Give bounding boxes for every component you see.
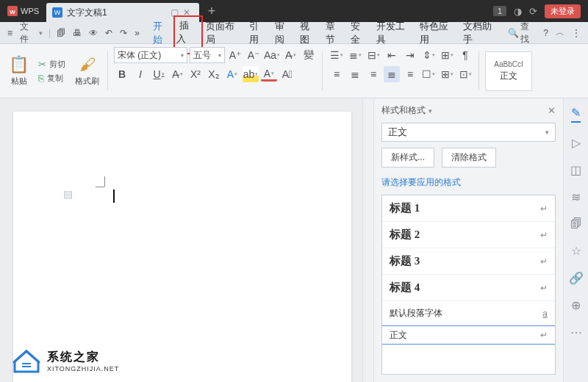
page[interactable]: ▤ — [13, 112, 351, 382]
style-item-default-font[interactable]: 默认段落字体a — [382, 301, 555, 326]
clear-format-icon[interactable]: A̶ — [282, 47, 298, 63]
align-center-icon[interactable]: ≣ — [347, 66, 363, 82]
style-item-h2[interactable]: 标题 2↵ — [382, 222, 555, 248]
underline-icon[interactable]: U — [151, 66, 167, 82]
style-item-h1[interactable]: 标题 1↵ — [382, 195, 555, 222]
style-list: 标题 1↵ 标题 2↵ 标题 3↵ 标题 4↵ 默认段落字体a 正文↵ — [381, 195, 556, 375]
ribbon-group-styles: AaBbCcI 正文 — [479, 44, 538, 98]
qat-print-icon[interactable]: 🖶 — [70, 26, 85, 40]
panel-header: 样式和格式 ▾ ✕ — [381, 104, 556, 117]
copy-button[interactable]: ⎘复制 — [36, 72, 68, 84]
rail-more-icon[interactable]: ⋯ — [570, 325, 582, 339]
italic-icon[interactable]: I — [132, 66, 148, 82]
ribbon-group-clipboard: 📋 粘贴 ✂剪切 ⎘复制 🖌 格式刷 — [0, 44, 108, 98]
superscript-icon[interactable]: X² — [187, 66, 204, 82]
cloud-icon[interactable]: ⟳ — [529, 6, 537, 17]
ribbon: 📋 粘贴 ✂剪切 ⎘复制 🖌 格式刷 宋体 (正文)▾ 五号▾ A⁺ A⁻ Aa… — [0, 44, 588, 98]
decrease-indent-icon[interactable]: ⇤ — [384, 47, 400, 63]
rail-clipboard-icon[interactable]: 🗐 — [570, 217, 582, 231]
wps-logo-icon: W — [7, 6, 18, 16]
multilevel-icon[interactable]: ⊟ — [365, 47, 381, 63]
style-item-h4[interactable]: 标题 4↵ — [382, 275, 555, 301]
document-area[interactable]: ▤ 系统之家 XITONGZHIJIA.NET — [0, 98, 362, 382]
strikethrough-icon[interactable]: A̶ — [169, 66, 185, 82]
style-preview[interactable]: AaBbCcI 正文 — [485, 51, 532, 91]
style-item-body[interactable]: 正文↵ — [381, 325, 556, 345]
font-name-select[interactable]: 宋体 (正文)▾ — [114, 47, 187, 63]
svg-text:W: W — [10, 9, 15, 15]
ribbon-group-paragraph: ☰ ≣ ⊟ ⇤ ⇥ ⇕ ⊞ ¶ ≡ ≣ ≡ ≣ ≡ ☐ ⊞ ⊡ — [323, 44, 479, 98]
qat-save-icon[interactable]: 🗐 — [54, 26, 68, 40]
tab-insert[interactable]: 插入 — [176, 16, 189, 48]
find-button[interactable]: 🔍 查找 — [505, 19, 539, 47]
format-painter-icon: 🖌 — [79, 55, 96, 74]
current-style-select[interactable]: 正文▾ — [381, 123, 556, 142]
align-left-icon[interactable]: ≡ — [329, 66, 345, 82]
file-menu[interactable]: 文件▾ — [17, 19, 46, 47]
svg-rect-2 — [22, 363, 31, 364]
bold-icon[interactable]: B — [114, 66, 130, 82]
panel-title: 样式和格式 — [381, 104, 426, 117]
text-effects-icon[interactable]: A — [224, 66, 240, 82]
cut-icon: ✂ — [38, 59, 46, 70]
panel-close-icon[interactable]: ✕ — [548, 105, 556, 116]
vertical-scrollbar[interactable] — [362, 98, 373, 382]
borders-icon[interactable]: ⊞ — [439, 66, 455, 82]
styles-panel: 样式和格式 ▾ ✕ 正文▾ 新样式... 清除格式 请选择要应用的格式 标题 1… — [373, 98, 563, 382]
notification-badge[interactable]: 1 — [493, 6, 506, 16]
workspace: ▤ 系统之家 XITONGZHIJIA.NET 样式和格式 ▾ ✕ 正文▾ 新样… — [0, 98, 588, 382]
font-color-icon[interactable]: A — [261, 68, 277, 82]
show-marks-icon[interactable]: ¶ — [457, 47, 473, 63]
sort-icon[interactable]: ⊞ — [439, 47, 455, 63]
doc-title: 文字文稿1 — [67, 7, 107, 19]
grow-font-icon[interactable]: A⁺ — [227, 47, 243, 63]
rail-settings-icon[interactable]: ≋ — [571, 190, 581, 204]
tabs-icon[interactable]: ⊡ — [457, 66, 473, 82]
rail-select-icon[interactable]: ▷ — [572, 136, 581, 150]
shrink-font-icon[interactable]: A⁻ — [245, 47, 262, 63]
char-border-icon[interactable]: A⃞ — [279, 66, 295, 82]
menu-overflow-icon[interactable]: ⋮ — [569, 26, 584, 40]
skin-icon[interactable]: ◑ — [514, 6, 522, 17]
menu-more-icon[interactable]: ? — [540, 26, 551, 40]
numbering-icon[interactable]: ≣ — [347, 47, 363, 63]
paste-button[interactable]: 📋 粘贴 — [6, 52, 32, 90]
rail-styles-icon[interactable]: ✎ — [571, 106, 581, 123]
paste-icon: 📋 — [9, 55, 29, 74]
para-shading-icon[interactable]: ☐ — [420, 66, 437, 82]
new-style-button[interactable]: 新样式... — [381, 148, 434, 167]
svg-rect-3 — [22, 366, 31, 367]
format-painter-button[interactable]: 🖌 格式刷 — [72, 52, 102, 90]
clear-format-button[interactable]: 清除格式 — [442, 148, 496, 167]
login-button[interactable]: 未登录 — [545, 4, 581, 18]
change-case-icon[interactable]: Aa — [264, 47, 280, 63]
rail-cloud-icon[interactable]: ⊕ — [571, 298, 581, 312]
align-distribute-icon[interactable]: ≡ — [402, 66, 418, 82]
font-size-select[interactable]: 五号▾ — [190, 47, 225, 63]
subscript-icon[interactable]: X₂ — [206, 66, 222, 82]
menu-row: ≡ 文件▾ | 🗐 🖶 👁 ↶ ↷ » 开始 插入 页面布局 引用 审阅 视图 … — [0, 22, 588, 44]
qat-more-icon[interactable]: » — [132, 26, 143, 40]
phonetic-icon[interactable]: 變 — [301, 47, 317, 63]
increase-indent-icon[interactable]: ⇥ — [402, 47, 418, 63]
rail-link-icon[interactable]: 🔗 — [569, 271, 584, 285]
align-justify-icon[interactable]: ≣ — [384, 66, 400, 82]
page-margin-icon: ▤ — [63, 188, 73, 200]
qat-undo-icon[interactable]: ↶ — [102, 26, 115, 40]
menu-dropdown-icon[interactable]: ≡ — [4, 26, 15, 40]
highlight-icon[interactable]: ab — [243, 66, 259, 82]
line-spacing-icon[interactable]: ⇕ — [420, 47, 437, 63]
qat-redo-icon[interactable]: ↷ — [117, 26, 130, 40]
collapse-ribbon-icon[interactable]: ︿ — [553, 25, 567, 40]
app-name: WPS — [21, 7, 39, 15]
align-right-icon[interactable]: ≡ — [365, 66, 381, 82]
titlebar-right: 1 ◑ ⟳ 未登录 — [493, 4, 588, 18]
rail-shape-icon[interactable]: ◫ — [570, 163, 581, 177]
style-item-h3[interactable]: 标题 3↵ — [382, 248, 555, 275]
ribbon-group-font: 宋体 (正文)▾ 五号▾ A⁺ A⁻ Aa A̶ 變 B I U A̶ X² X… — [108, 44, 323, 98]
rail-star-icon[interactable]: ☆ — [571, 244, 581, 258]
cut-button[interactable]: ✂剪切 — [36, 58, 68, 71]
bullets-icon[interactable]: ☰ — [329, 47, 345, 63]
qat-preview-icon[interactable]: 👁 — [86, 26, 101, 40]
doc-type-icon: W — [52, 7, 62, 18]
